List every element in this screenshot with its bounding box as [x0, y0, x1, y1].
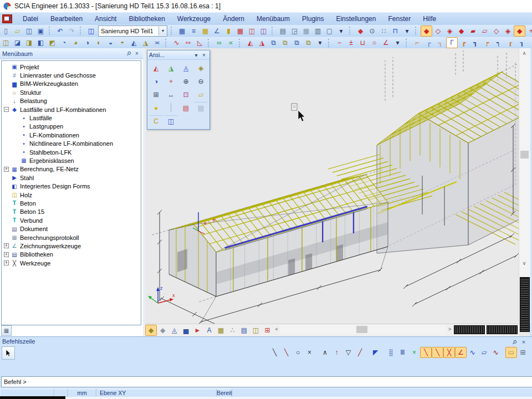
overflow-icon[interactable]: ▾	[314, 37, 326, 48]
frame-tool-5-icon[interactable]: ┏	[458, 37, 469, 48]
select-members-icon[interactable]: ◇	[432, 25, 444, 37]
tree-item[interactable]: − ◆ Lastfälle und LF-Kombinationen	[2, 105, 141, 114]
deselect-icon[interactable]: ▱	[479, 25, 490, 37]
raster-icon[interactable]: ▦	[200, 25, 211, 37]
tree-expander[interactable]: −	[4, 107, 9, 112]
tree-item[interactable]: ↓ Belastung	[2, 97, 141, 105]
tree-item[interactable]: T Beton 15	[2, 208, 141, 216]
chamfer-icon[interactable]: ◮	[140, 37, 151, 48]
window-grid-icon[interactable]: ◫	[246, 25, 258, 37]
scroll-right-icon[interactable]: >	[446, 324, 453, 334]
snap-lines-icon[interactable]: Ⅲ	[397, 347, 408, 358]
open-folder-icon[interactable]: ▱	[12, 25, 23, 37]
dual-screen-icon[interactable]: ▦	[176, 25, 188, 37]
snap-center-icon[interactable]: ○	[292, 347, 304, 358]
clipboard-red-icon[interactable]: ▤	[179, 102, 193, 114]
snap-angle-icon[interactable]: ∠	[455, 347, 467, 358]
menu-item[interactable]: Plugins	[296, 13, 330, 24]
view-z-icon[interactable]: ◬	[179, 62, 193, 74]
show-nodes-icon[interactable]: ◬	[168, 325, 180, 336]
tree-item[interactable]: ▶ Stahl	[2, 173, 141, 182]
close-icon[interactable]: ×	[133, 50, 141, 58]
render-solid-icon[interactable]: ◆	[157, 325, 168, 336]
overflow-icon[interactable]: ▾	[392, 37, 403, 48]
frame-tool-8-icon[interactable]: ┑	[493, 37, 504, 48]
scia-menu-icon[interactable]	[2, 14, 12, 23]
new-file-icon[interactable]: ▯	[0, 25, 12, 37]
line-tool-icon[interactable]: −	[334, 37, 345, 48]
pin-icon[interactable]: ⚲	[511, 338, 519, 346]
tree-item[interactable]: + ▦ Berechnung, FE-Netz	[2, 165, 141, 173]
pointer-mode-button[interactable]	[2, 346, 15, 360]
menu-item[interactable]: Menübaum	[250, 13, 296, 24]
figure-red2-icon[interactable]: ◮	[256, 37, 268, 48]
paste-d-icon[interactable]: ⧉	[303, 37, 314, 48]
snap-edge-dot-icon[interactable]: ╲	[432, 347, 443, 358]
calculator-tb-icon[interactable]: ▦	[300, 25, 312, 37]
grid-red-icon[interactable]: ▦	[234, 25, 246, 37]
command-input[interactable]	[1, 376, 532, 387]
tree-item[interactable]: ▦ Ergebnisklassen	[2, 156, 141, 165]
rotate-y-bar[interactable]	[487, 325, 518, 334]
show-loads-icon[interactable]: ▅	[180, 325, 192, 336]
menu-item[interactable]: Hilfe	[417, 13, 442, 24]
rotate-x-bar[interactable]	[454, 325, 485, 334]
scale-geom-icon[interactable]: ◔	[58, 37, 70, 48]
stretch-icon[interactable]: ◩	[47, 37, 58, 48]
offset-icon[interactable]: ≍	[151, 37, 163, 48]
menu-item[interactable]: Einstellungen	[330, 13, 382, 24]
tree-item[interactable]: ▦ Berechnungsprotokoll	[2, 233, 141, 242]
overflow-icon[interactable]: ▾	[401, 25, 413, 37]
zoom-selection-icon[interactable]: ⊡	[179, 89, 193, 101]
tree-expander[interactable]: +	[4, 167, 9, 172]
zoom-all-icon[interactable]: ↔	[164, 89, 178, 101]
tree-expander[interactable]: +	[4, 243, 9, 248]
snap-orthogonal-icon[interactable]: ╳	[443, 347, 455, 358]
snap-peak-icon[interactable]: ∧	[319, 347, 331, 358]
select-by-property-icon[interactable]: ◈	[502, 25, 514, 37]
print-preview-icon[interactable]: ◲	[289, 25, 300, 37]
hatch-tool-icon[interactable]: ◺	[194, 37, 206, 48]
tree-item[interactable]: ▣ Projekt	[2, 63, 141, 71]
close-icon[interactable]: ×	[520, 338, 528, 346]
tree-item[interactable]: • LF-Kombinationen	[2, 131, 141, 139]
tree-item[interactable]: ⌂ Struktur	[2, 88, 141, 96]
tree-item[interactable]: T Beton	[2, 199, 141, 207]
document-icon[interactable]: ▢	[324, 25, 335, 37]
tree-item[interactable]: ◫ Holz	[2, 191, 141, 199]
chevron-down-icon[interactable]: ▾	[192, 51, 200, 59]
tree-item[interactable]: • Stahlbeton-LFK	[2, 148, 141, 156]
axes-setup-icon[interactable]: ∠	[211, 25, 223, 37]
rotate-view-icon[interactable]: ◑	[149, 75, 163, 88]
zoom-in-icon[interactable]: ⊕	[179, 75, 193, 88]
zoom-out-icon[interactable]: ⊖	[194, 75, 208, 88]
frame-tool-10-icon[interactable]: ┒	[516, 37, 528, 48]
select-by-layer-icon[interactable]: ◆	[514, 25, 525, 37]
tree-item[interactable]: + ╳ Werkzeuge	[2, 259, 141, 267]
vertical-scroll-thumb[interactable]	[520, 151, 529, 158]
snap-arrow-icon[interactable]: ↑	[331, 347, 342, 358]
light-bulb-icon[interactable]: ●	[149, 102, 163, 114]
pin-icon[interactable]: ⚲	[125, 50, 133, 58]
fillet-icon[interactable]: ◭	[128, 37, 140, 48]
frame-tool-1-icon[interactable]: ⌐	[411, 37, 423, 48]
view-axonometric-icon[interactable]: ◈	[194, 62, 208, 74]
scroll-left-icon[interactable]: <	[273, 324, 280, 334]
extend-icon[interactable]: ◐	[93, 37, 105, 48]
snap-cross-green-icon[interactable]: ×	[408, 347, 420, 358]
select-nodes-icon[interactable]: ◆	[421, 25, 432, 37]
menu-item[interactable]: Werkzeuge	[171, 13, 217, 24]
menu-item[interactable]: Bibliotheken	[122, 13, 171, 24]
view-parameters-icon[interactable]: ⊞	[262, 325, 273, 336]
close-icon[interactable]: ×	[200, 51, 208, 59]
redo-icon[interactable]: ↷	[66, 25, 78, 37]
frame-tool-11-icon[interactable]: ┕	[528, 37, 532, 48]
project-combobox[interactable]: Sanierung HD Teil1 ▾	[98, 25, 167, 37]
print-doc-icon[interactable]: ▥	[312, 25, 324, 37]
show-labels-icon[interactable]: A	[203, 325, 215, 336]
select-loads-icon[interactable]: ◆	[456, 25, 467, 37]
snap-polyline-icon[interactable]: ∿	[490, 347, 502, 358]
tree-item[interactable]: • Lastgruppen	[2, 122, 141, 131]
scroll-down-icon[interactable]: ∨	[520, 259, 529, 267]
snap-midpoint-icon[interactable]: ╲	[280, 347, 292, 358]
